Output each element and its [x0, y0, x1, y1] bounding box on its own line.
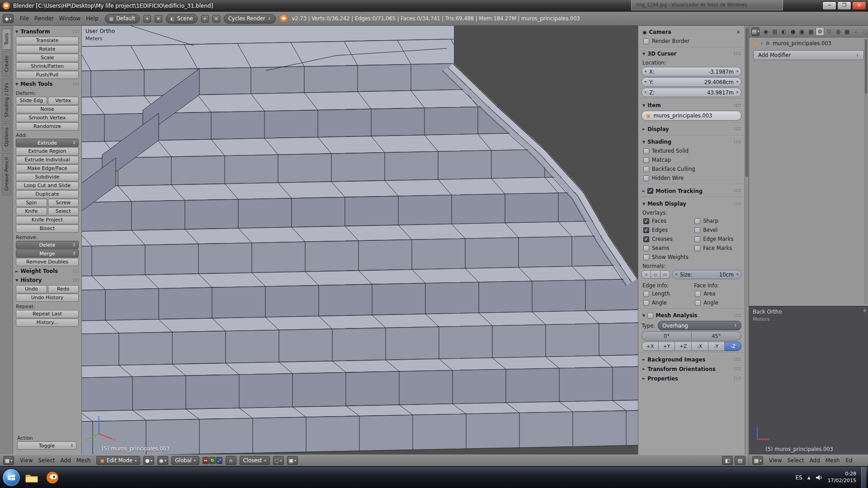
viewport-menu-item[interactable]: Mesh	[74, 457, 94, 464]
checkbox[interactable]	[643, 38, 649, 44]
screen-layout-selector[interactable]: ▦ Default	[105, 14, 140, 23]
edge-info-option[interactable]: Length	[642, 289, 692, 298]
viewport-menu-item[interactable]: View	[766, 457, 784, 464]
material-tab-icon[interactable]: ◍	[834, 27, 842, 36]
overlay-option[interactable]: ✓Faces	[642, 216, 693, 225]
analysis-type-dropdown[interactable]: Overhang ↕	[658, 321, 741, 330]
axis-button[interactable]: +Y	[659, 342, 675, 351]
translate-manipulator-button[interactable]: ↔	[203, 457, 209, 464]
tool-button[interactable]: Randomize	[16, 122, 79, 131]
checkbox[interactable]	[694, 227, 700, 233]
increment-arrow-icon[interactable]: ▸	[736, 89, 739, 94]
file-explorer-taskbar-icon[interactable]	[23, 469, 41, 487]
panel-drag-dots[interactable]	[734, 376, 741, 380]
volume-icon[interactable]	[816, 474, 823, 481]
modifiers-tab-icon[interactable]: ⚙	[816, 27, 824, 36]
render-engine-selector[interactable]: Cycles Render ↕	[224, 14, 276, 23]
transform-orientation-dropdown[interactable]: Global ▾	[171, 456, 199, 465]
decrement-arrow-icon[interactable]: ◂	[644, 79, 646, 84]
tool-button[interactable]: Slide Edg	[16, 97, 47, 105]
render-tab-icon[interactable]: ◉	[761, 27, 770, 36]
shading-option[interactable]: Textured Solid	[642, 146, 741, 155]
tool-button[interactable]: Rotate	[16, 45, 79, 53]
axis-button[interactable]: -Z	[725, 342, 741, 351]
checkbox[interactable]	[695, 300, 701, 306]
tool-button[interactable]: Bisect	[16, 225, 79, 233]
object-tab-icon[interactable]: ▣	[797, 27, 806, 36]
world-tab-icon[interactable]: ●	[788, 27, 797, 36]
shading-option[interactable]: Hidden Wire	[642, 174, 741, 183]
constraints-tab-icon[interactable]: ▦	[807, 27, 815, 36]
checkbox[interactable]: ✓	[643, 236, 649, 242]
checkbox[interactable]	[643, 175, 649, 181]
snap-target-dropdown[interactable]: Closest ▾	[240, 456, 270, 465]
panel-header-mesh-display[interactable]: ▼ Mesh Display	[642, 199, 741, 208]
add-modifier-dropdown[interactable]: Add Modifier ↕	[753, 50, 864, 60]
checkbox[interactable]	[694, 236, 700, 242]
checkbox[interactable]	[643, 157, 649, 163]
panel-drag-dots[interactable]	[734, 127, 741, 131]
editor-type-button[interactable]: ▦▾	[3, 456, 14, 465]
scrollbar-thumb[interactable]	[745, 28, 748, 177]
menu-item[interactable]: File	[17, 15, 32, 22]
menu-item[interactable]: Window	[57, 15, 83, 22]
overlay-option[interactable]: Show Weights	[642, 253, 693, 262]
increment-arrow-icon[interactable]: ▸	[736, 272, 739, 276]
tool-button[interactable]: Translate	[16, 37, 79, 45]
axis-button[interactable]: -X	[692, 342, 708, 351]
cursor-x-field[interactable]: ◂ X: -3.1987m ▸	[642, 67, 741, 76]
texture-tab-icon[interactable]: ▩	[843, 27, 851, 36]
panel-header-shading[interactable]: ▼ Shading	[642, 137, 741, 146]
checkbox[interactable]	[694, 218, 700, 224]
opengl-render-anim-button[interactable]: ▤	[735, 456, 745, 465]
panel-header-mesh-tools[interactable]: ▼ Mesh Tools	[14, 80, 80, 89]
particles-tab-icon[interactable]: ∴	[852, 27, 860, 36]
viewport-menu-item[interactable]: Add	[807, 457, 823, 464]
physics-tab-icon[interactable]: ◌	[861, 27, 868, 36]
panel-drag-dots[interactable]	[734, 202, 741, 206]
editor-type-info-button[interactable]: ◆▾	[3, 14, 14, 23]
panel-header-weight-tools[interactable]: ► Weight Tools	[14, 267, 80, 276]
tool-button[interactable]: Extrude Region	[16, 147, 79, 155]
checkbox[interactable]: ✓	[643, 218, 649, 224]
menu-item[interactable]: Render	[32, 15, 57, 22]
last-action-dropdown[interactable]: Toggle ↕	[17, 441, 76, 450]
overlay-option[interactable]: Seams	[642, 244, 693, 253]
checkbox[interactable]	[694, 245, 700, 251]
panel-drag-dots[interactable]	[734, 140, 741, 144]
render-layers-tab-icon[interactable]: ▤	[770, 27, 779, 36]
tool-button[interactable]: Loop Cut and Slide	[16, 182, 79, 190]
tab-create[interactable]: Create	[2, 51, 11, 77]
mode-dropdown[interactable]: ▣ Edit Mode ▾	[96, 456, 140, 465]
secondary-3d-viewport[interactable]: Back Ortho Meters (5) muros_principales.…	[749, 306, 868, 455]
panel-drag-dots[interactable]	[72, 278, 79, 282]
viewport-menu-item[interactable]: Select	[35, 457, 57, 464]
checkbox[interactable]	[643, 245, 649, 251]
panel-drag-dots[interactable]	[72, 269, 79, 273]
viewport-menu-item[interactable]: View	[17, 457, 35, 464]
tool-button[interactable]: Screw	[48, 199, 79, 207]
tab-options[interactable]: Options	[2, 123, 11, 151]
cursor-z-field[interactable]: ◂ Z: 43.9817m ▸	[642, 88, 741, 97]
checkbox[interactable]	[695, 291, 701, 297]
collapsed-panel-header[interactable]: ►Transform Orientations	[642, 364, 741, 374]
tool-button[interactable]: Repeat Last	[16, 310, 79, 318]
collapsed-panel-header[interactable]: ►Properties	[642, 374, 741, 383]
face-info-option[interactable]: Area	[693, 289, 741, 298]
overlay-option[interactable]: Sharp	[693, 216, 741, 225]
increment-arrow-icon[interactable]: ▸	[736, 69, 739, 73]
tool-button[interactable]: Knife Project	[16, 216, 79, 224]
checkbox[interactable]: ✓	[647, 188, 653, 194]
decrement-arrow-icon[interactable]: ◂	[675, 272, 677, 276]
taskbar-clock[interactable]: 0:28 17/02/2015	[828, 471, 856, 484]
shading-option[interactable]: Backface Culling	[642, 164, 741, 174]
vertex-normals-toggle[interactable]: ▿	[642, 270, 651, 279]
increment-arrow-icon[interactable]: ▸	[736, 79, 739, 84]
overlay-option[interactable]: Bevel	[693, 225, 741, 235]
face-info-option[interactable]: Angle	[693, 298, 741, 307]
merge-menu-button[interactable]: Merge ↕	[16, 249, 79, 258]
n-panel-scrollbar[interactable]	[745, 26, 749, 455]
close-button[interactable]: ✕	[852, 1, 866, 10]
object-name-field[interactable]: ▣ muros_principales.003	[642, 111, 741, 121]
cursor-y-field[interactable]: ◂ Y: 29.4068cm ▸	[642, 77, 741, 87]
